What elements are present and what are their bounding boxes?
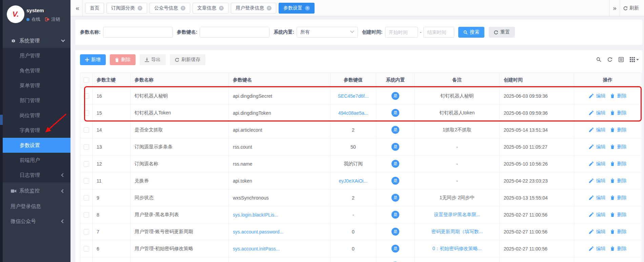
row-checkbox[interactable]	[84, 212, 89, 218]
edit-link[interactable]: 编辑	[589, 93, 606, 99]
row-checkbox[interactable]	[84, 127, 89, 133]
logout-link[interactable]: 注销	[51, 16, 60, 22]
sidebar-item-dept-management[interactable]: 部门管理	[3, 93, 71, 108]
chevron-down-icon	[350, 29, 354, 33]
cell-remark: -	[415, 138, 500, 155]
tab-参数设置[interactable]: 参数设置×	[279, 3, 315, 14]
column-visibility-button[interactable]	[630, 57, 639, 62]
app: { "window": { "refresh_label": "刷新", "na…	[0, 0, 644, 262]
close-icon[interactable]: ×	[138, 6, 142, 11]
close-icon[interactable]: ×	[267, 6, 271, 11]
sidebar-item-front-users[interactable]: 前端用户	[3, 153, 71, 168]
reset-button[interactable]: 重置	[489, 27, 515, 38]
edit-link[interactable]: 编辑	[589, 161, 606, 167]
tabs-scroll-left-button[interactable]: «	[73, 0, 83, 16]
cell-param-value[interactable]: eyJ0eXAiOi...	[330, 172, 376, 189]
add-button[interactable]: 新增	[80, 54, 106, 65]
cell-remark[interactable]: 0：初始密码修改策略...	[415, 240, 500, 257]
edit-link[interactable]: 编辑	[589, 178, 606, 184]
delete-link[interactable]: 删除	[610, 144, 627, 150]
cell-param-key: rss.count	[229, 138, 330, 155]
sidebar-item-param-settings[interactable]: 参数设置	[3, 138, 71, 153]
avatar[interactable]: V.	[7, 5, 24, 23]
tab-文章信息[interactable]: 文章信息×	[193, 3, 228, 14]
cell-param-key[interactable]: sys.login.blackIPLis...	[229, 206, 330, 223]
sidebar-item-system-monitor[interactable]: 系统监控	[3, 183, 71, 199]
cell-param-key: api.token	[229, 172, 330, 189]
cell-remark[interactable]: 设置登录IP黑名单限...	[415, 206, 500, 223]
param-key-input[interactable]	[200, 27, 269, 38]
row-checkbox[interactable]	[84, 246, 89, 251]
builtin-badge: 是	[391, 228, 399, 236]
refresh-cache-button[interactable]: 刷新缓存	[170, 54, 205, 65]
refresh-table-button[interactable]	[607, 57, 612, 62]
sidebar-item-system-management[interactable]: 系统管理	[3, 33, 71, 48]
column-detail-button[interactable]	[619, 57, 624, 62]
edit-link[interactable]: 编辑	[589, 229, 606, 235]
delete-link[interactable]: 删除	[610, 93, 627, 99]
builtin-select[interactable]: 所有	[297, 27, 358, 38]
cell-param-id: 13	[93, 138, 130, 155]
page-refresh-button[interactable]: 刷新	[620, 0, 644, 16]
cell-param-value[interactable]: SEC45e7d6f...	[330, 88, 376, 105]
sidebar-item-user-management[interactable]: 用户管理	[3, 48, 71, 63]
start-time-input[interactable]	[385, 27, 418, 38]
delete-link[interactable]: 删除	[610, 110, 627, 116]
trash-icon	[610, 128, 616, 132]
edit-link[interactable]: 编辑	[589, 246, 606, 252]
edit-link[interactable]: 编辑	[589, 110, 606, 116]
delete-link[interactable]: 删除	[610, 178, 627, 184]
cell-param-key[interactable]: sys.account.initPass...	[229, 240, 330, 257]
cell-actions: 编辑删除	[574, 105, 641, 121]
action-label: 删除	[617, 229, 627, 235]
pencil-icon	[589, 195, 595, 200]
cell-remark: 钉钉机器人秘钥	[415, 88, 500, 105]
cell-param-name: 用户管理-初始密码修改策略	[130, 240, 229, 257]
cell-remark[interactable]: 密码更新周期（填写数...	[415, 223, 500, 240]
tab-用户登录信息[interactable]: 用户登录信息×	[231, 3, 276, 14]
delete-link[interactable]: 删除	[610, 246, 627, 252]
delete-link[interactable]: 删除	[610, 127, 627, 133]
row-checkbox[interactable]	[84, 161, 89, 167]
sidebar-item-post-management[interactable]: 岗位管理	[3, 108, 71, 123]
show-search-toggle-button[interactable]	[596, 57, 601, 62]
edit-link[interactable]: 编辑	[589, 212, 606, 218]
sidebar-item-role-management[interactable]: 角色管理	[3, 63, 71, 78]
cell-param-key[interactable]: sys.account.password...	[229, 223, 330, 240]
sidebar-item-log-management[interactable]: 日志管理	[3, 168, 71, 183]
tab-首页[interactable]: 首页	[85, 3, 104, 14]
delete-link[interactable]: 删除	[610, 212, 627, 218]
tab-公众号信息[interactable]: 公众号信息×	[149, 3, 190, 14]
export-button[interactable]: 导出	[140, 54, 166, 65]
edit-link[interactable]: 编辑	[589, 127, 606, 133]
close-icon[interactable]: ×	[219, 6, 224, 11]
sidebar-item-dict-management[interactable]: 字典管理	[3, 123, 71, 138]
row-checkbox[interactable]	[84, 229, 89, 235]
sidebar-item-user-login-info[interactable]: 用户登录信息	[3, 199, 71, 214]
edit-link[interactable]: 编辑	[589, 195, 606, 201]
select-all-checkbox[interactable]	[84, 77, 89, 83]
close-icon[interactable]: ×	[181, 6, 185, 11]
row-checkbox[interactable]	[84, 110, 89, 116]
end-time-input[interactable]	[423, 27, 454, 38]
row-checkbox[interactable]	[84, 195, 89, 201]
tab-bar: « 首页订阅源分类×公众号信息×文章信息×用户登录信息×参数设置× » 刷新	[71, 0, 644, 16]
delete-link[interactable]: 删除	[610, 229, 627, 235]
cell-param-value[interactable]: 494c08ae5a...	[330, 105, 376, 121]
close-icon[interactable]: ×	[305, 6, 310, 11]
param-name-input[interactable]	[103, 27, 173, 38]
row-checkbox[interactable]	[84, 144, 89, 150]
tab-订阅源分类[interactable]: 订阅源分类×	[106, 3, 147, 14]
sidebar-item-menu-management[interactable]: 菜单管理	[3, 78, 71, 93]
search-button[interactable]: 搜索	[458, 27, 484, 38]
tabs-scroll-right-button[interactable]: »	[609, 0, 620, 16]
delete-link[interactable]: 删除	[610, 161, 627, 167]
delete-link[interactable]: 删除	[610, 195, 627, 201]
pencil-icon	[589, 128, 595, 132]
delete-button[interactable]: 删除	[110, 54, 136, 65]
row-checkbox[interactable]	[84, 178, 89, 184]
sidebar-item-wechat-official[interactable]: 微信公众号	[3, 214, 71, 229]
cell-created-time: 2025-03-13 15:55:04	[500, 189, 574, 206]
edit-link[interactable]: 编辑	[589, 144, 606, 150]
row-checkbox[interactable]	[84, 93, 89, 99]
